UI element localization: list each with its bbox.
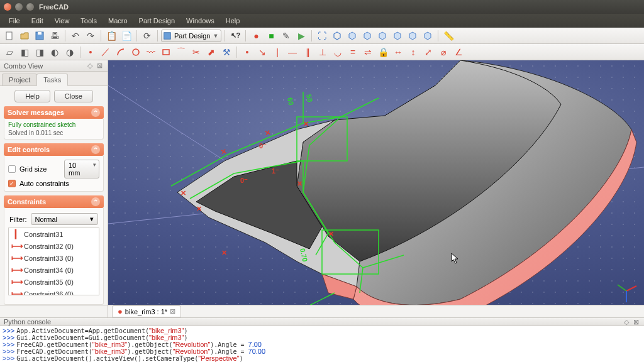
grid-size-checkbox[interactable] [8,165,16,173]
collapse-icon[interactable]: ⌃ [91,145,100,154]
nav-cube[interactable] [614,278,639,304]
view-iso-icon[interactable] [330,30,344,42]
con-vdist-icon[interactable]: ↕ [406,46,420,58]
view-top-icon[interactable] [360,30,374,42]
view-bottom-icon[interactable] [406,30,419,42]
refresh-icon[interactable]: ⟳ [140,30,154,42]
menu-tools[interactable]: Tools [75,16,102,26]
list-item[interactable]: ┃Constraint31 [9,228,99,240]
list-item[interactable]: ⟼Constraint33 (0) [9,252,99,264]
con-coincident-icon[interactable]: • [240,46,254,58]
measure-icon[interactable]: 📏 [441,30,455,42]
list-item[interactable]: ⟼Constraint34 (0) [9,264,99,276]
whatsthis-icon[interactable]: ↖? [228,30,242,42]
con-hdist-icon[interactable]: ↔ [391,46,405,58]
svg-line-27 [626,286,636,291]
svg-text:60: 60 [286,97,295,106]
redo-icon[interactable]: ↷ [84,30,97,42]
rect-tool-icon[interactable] [159,46,173,58]
svg-text:✕: ✕ [196,205,202,212]
con-pointon-icon[interactable]: ↘ [255,46,269,58]
con-radius-icon[interactable]: ⌀ [436,46,450,58]
constraints-header[interactable]: Constraints ⌃ [4,195,104,208]
view-rear-icon[interactable] [391,30,404,42]
con-lock-icon[interactable]: 🔒 [376,46,390,58]
view-left-icon[interactable] [421,30,435,42]
revolve-icon[interactable]: ◐ [48,46,62,58]
filter-select[interactable]: Normal ▾ [31,213,99,225]
print-icon[interactable]: 🖶 [48,30,62,42]
window-maximize-button[interactable] [26,3,34,11]
point-tool-icon[interactable]: • [84,46,97,58]
view-fit-icon[interactable]: ⛶ [315,30,329,42]
con-horizontal-icon[interactable]: — [286,46,299,58]
help-button[interactable]: Help [14,90,50,102]
line-tool-icon[interactable]: ／ [99,46,113,58]
view-front-icon[interactable] [345,30,359,42]
constraints-list[interactable]: ┃Constraint31 ⟼Constraint32 (0) ⟼Constra… [8,228,99,295]
python-console[interactable]: >>> App.ActiveDocument=App.getDocument("… [0,326,644,362]
tab-tasks[interactable]: Tasks [36,74,68,86]
macros-icon[interactable]: ✎ [279,30,293,42]
workbench-selector[interactable]: Part Design ▼ [161,30,221,42]
list-item[interactable]: ⟼Constraint36 (0) [9,288,99,295]
menu-edit[interactable]: Edit [26,16,48,26]
trim-tool-icon[interactable]: ✂ [189,46,203,58]
close-tab-icon[interactable]: ⊠ [170,307,175,315]
con-equal-icon[interactable]: = [346,46,360,58]
3d-viewport[interactable]: ✕ ✕ ✕ ✕ ✕ ✕ ✕ ✕ 60 50 0.49 2.63 0.70 0.4… [108,60,644,309]
con-symmetric-icon[interactable]: ⇌ [361,46,375,58]
save-doc-icon[interactable] [33,30,47,42]
menu-file[interactable]: File [4,16,25,26]
paste-icon[interactable]: 📄 [119,30,133,42]
collapse-icon[interactable]: ⌃ [91,108,100,117]
menu-windows[interactable]: Windows [181,16,219,26]
menu-partdesign[interactable]: Part Design [134,16,180,26]
con-parallel-icon[interactable]: ∥ [301,46,314,58]
sketch-icon[interactable]: ▱ [3,46,16,58]
con-dist-icon[interactable]: ⤢ [421,46,435,58]
window-close-button[interactable] [4,3,11,11]
polyline-tool-icon[interactable]: 〰 [144,46,158,58]
record-macro-icon[interactable]: ● [249,30,263,42]
stop-macro-icon[interactable]: ■ [264,30,278,42]
view-right-icon[interactable] [375,30,389,42]
solver-messages-header[interactable]: Solver messages ⌃ [4,106,104,119]
run-macro-icon[interactable]: ▶ [294,30,308,42]
menu-view[interactable]: View [50,16,75,26]
window-title: FreeCAD [39,3,69,11]
pocket-icon[interactable]: ◨ [33,46,47,58]
tab-project[interactable]: Project [2,74,37,85]
construction-icon[interactable]: ⚒ [219,46,233,58]
list-item[interactable]: ⟼Constraint32 (0) [9,240,99,252]
external-geom-icon[interactable]: ⬈ [204,46,218,58]
circle-tool-icon[interactable] [129,46,143,58]
close-button[interactable]: Close [54,90,93,102]
document-tab[interactable]: ● bike_rim3 : 1* ⊠ [112,305,181,317]
edit-controls-header[interactable]: Edit controls ⌃ [4,143,104,156]
panel-controls[interactable]: ◇ ⊠ [87,62,104,70]
undo-icon[interactable]: ↶ [69,30,82,42]
pad-icon[interactable]: ◧ [18,46,31,58]
new-doc-icon[interactable] [3,30,16,42]
menu-help[interactable]: Help [221,16,245,26]
list-item[interactable]: ⟼Constraint35 (0) [9,276,99,288]
arc-tool-icon[interactable] [114,46,128,58]
con-perpendicular-icon[interactable]: ⊥ [316,46,330,58]
panel-controls[interactable]: ◇ ⊠ [624,318,640,326]
groove-icon[interactable]: ◑ [63,46,77,58]
con-tangent-icon[interactable]: ◡ [331,46,345,58]
open-doc-icon[interactable] [18,30,31,42]
copy-icon[interactable]: 📋 [104,30,118,42]
window-minimize-button[interactable] [15,3,23,11]
con-angle-icon[interactable]: ∠ [452,46,465,58]
svg-text:✕: ✕ [264,128,271,137]
grid-size-field[interactable]: 10 mm [64,160,99,178]
menu-macro[interactable]: Macro [103,16,133,26]
fillet-tool-icon[interactable]: ⌒ [174,46,188,58]
con-vertical-icon[interactable]: | [270,46,284,58]
svg-point-4 [133,49,139,55]
auto-constraints-checkbox[interactable] [8,180,16,187]
collapse-icon[interactable]: ⌃ [91,197,100,206]
svg-text:✕: ✕ [220,147,227,156]
